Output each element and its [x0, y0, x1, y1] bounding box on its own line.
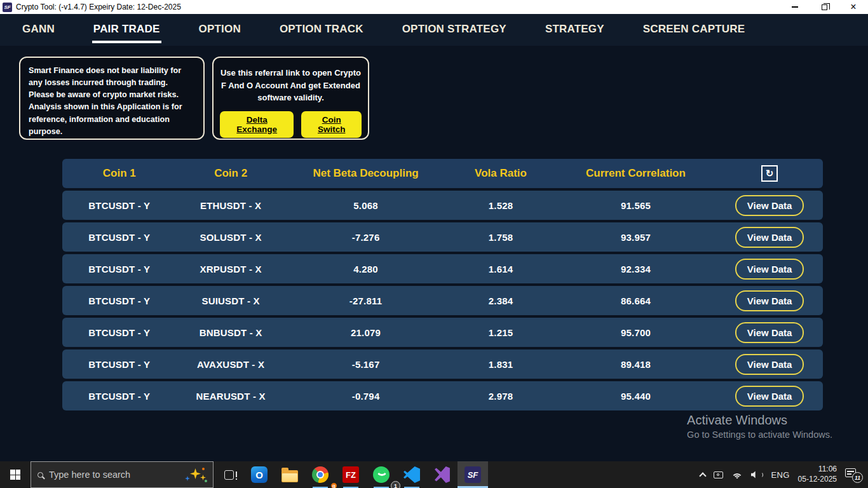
vola-ratio-cell: 2.384	[446, 295, 555, 306]
taskbar-file-explorer[interactable]	[275, 461, 305, 488]
view-data-button[interactable]: View Data	[735, 195, 804, 216]
view-data-button[interactable]: View Data	[735, 386, 804, 407]
restore-icon	[822, 4, 827, 10]
view-data-button[interactable]: View Data	[735, 290, 804, 311]
vola-ratio-cell: 2.978	[446, 391, 555, 402]
chrome-profile-badge: g	[330, 482, 338, 488]
system-tray: ENG 11:06 05-12-2025 11	[700, 461, 868, 488]
smart-finance-icon: SF	[465, 466, 481, 483]
language-indicator[interactable]: ENG	[771, 470, 790, 480]
table-row: BTCUSDT - Y SUIUSDT - X -27.811 2.384 86…	[62, 286, 823, 315]
search-input[interactable]	[49, 470, 179, 480]
taskbar: O g FZ 1 SF ENG 11:06 05-12-2025	[0, 461, 868, 488]
notification-center[interactable]: 11	[845, 468, 862, 481]
tab-option-strategy[interactable]: OPTION STRATEGY	[401, 17, 508, 46]
taskbar-vscode[interactable]	[397, 461, 427, 488]
referral-box: Use this referral link to open Crypto F …	[212, 57, 369, 140]
watermark-title: Activate Windows	[687, 413, 832, 428]
taskbar-chrome[interactable]: g	[305, 461, 336, 488]
coin2-cell: XRPUSDT - X	[177, 264, 285, 274]
view-data-button[interactable]: View Data	[735, 227, 804, 248]
net-beta-cell: -7.276	[285, 232, 447, 243]
coin1-cell: BTCUSDT - Y	[62, 327, 177, 338]
coin2-cell: SOLUSDT - X	[177, 232, 285, 243]
delta-exchange-button[interactable]: Delta Exchange	[220, 111, 294, 138]
referral-text: Use this referral link to open Crypto F …	[220, 67, 362, 104]
tab-strategy[interactable]: STRATEGY	[544, 17, 606, 46]
clock[interactable]: 11:06 05-12-2025	[798, 464, 837, 484]
wifi-icon[interactable]	[731, 470, 743, 479]
vola-ratio-cell: 1.528	[446, 200, 555, 211]
view-data-button[interactable]: View Data	[735, 259, 804, 280]
app-logo-icon: SF	[3, 3, 12, 12]
header-coin2: Coin 2	[177, 167, 285, 180]
table-row: BTCUSDT - Y XRPUSDT - X 4.280 1.614 92.3…	[62, 254, 823, 283]
activate-windows-watermark: Activate Windows Go to Settings to activ…	[687, 413, 832, 440]
table-row: BTCUSDT - Y BNBUSDT - X 21.079 1.215 95.…	[62, 318, 823, 347]
correlation-cell: 95.700	[555, 327, 717, 338]
tab-option[interactable]: OPTION	[198, 17, 242, 46]
whatsapp-badge: 1	[391, 481, 400, 488]
search-icon	[37, 472, 43, 478]
correlation-cell: 86.664	[555, 295, 717, 306]
disclaimer-box: Smart Finance does not bear liability fo…	[19, 57, 205, 140]
filezilla-icon: FZ	[342, 466, 359, 483]
outlook-icon: O	[251, 466, 268, 483]
referral-buttons: Delta Exchange Coin Switch	[220, 111, 362, 138]
start-button[interactable]	[0, 461, 31, 488]
refresh-button[interactable]: ↻	[761, 165, 778, 182]
taskbar-search[interactable]	[31, 461, 214, 488]
time: 11:06	[798, 464, 837, 475]
vola-ratio-cell: 1.614	[446, 264, 555, 274]
header-vola-ratio: Vola Ratio	[446, 167, 555, 180]
date: 05-12-2025	[798, 475, 837, 485]
minimize-button[interactable]	[780, 0, 810, 14]
vola-ratio-cell: 1.758	[446, 232, 555, 243]
correlation-cell: 89.418	[555, 359, 717, 370]
coin-switch-button[interactable]: Coin Switch	[301, 111, 362, 138]
task-view-button[interactable]	[214, 461, 244, 488]
vola-ratio-cell: 1.215	[446, 327, 555, 338]
tab-pair-trade[interactable]: PAIR TRADE	[92, 17, 161, 43]
view-data-button[interactable]: View Data	[735, 322, 804, 343]
tab-screen-capture[interactable]: SCREEN CAPTURE	[642, 17, 747, 46]
meet-now-icon[interactable]	[714, 471, 723, 478]
close-button[interactable]: ×	[839, 0, 868, 14]
coin1-cell: BTCUSDT - Y	[62, 232, 177, 243]
taskbar-filezilla[interactable]: FZ	[336, 461, 366, 488]
restore-button[interactable]	[810, 0, 839, 14]
disclaimer-text: Smart Finance does not bear liability fo…	[29, 65, 195, 138]
volume-icon[interactable]	[751, 471, 763, 478]
tray-expand-icon[interactable]	[699, 472, 706, 479]
windows-logo-icon	[10, 470, 20, 480]
view-data-button[interactable]: View Data	[735, 354, 804, 375]
vscode-icon	[403, 466, 420, 483]
coin1-cell: BTCUSDT - Y	[62, 200, 177, 211]
header-net-beta: Net Beta Decoupling	[285, 167, 447, 180]
tab-gann[interactable]: GANN	[21, 17, 56, 46]
notice-boxes: Smart Finance does not bear liability fo…	[19, 57, 868, 140]
tab-option-track[interactable]: OPTION TRACK	[278, 17, 365, 46]
taskbar-visual-studio[interactable]	[427, 461, 458, 488]
taskbar-outlook[interactable]: O	[244, 461, 275, 488]
main-nav: GANN PAIR TRADE OPTION OPTION TRACK OPTI…	[0, 14, 868, 46]
coin2-cell: BNBUSDT - X	[177, 327, 285, 338]
coin2-cell: ETHUSDT - X	[177, 200, 285, 211]
coin2-cell: NEARUSDT - X	[177, 391, 285, 402]
taskbar-whatsapp[interactable]: 1	[366, 461, 397, 488]
correlation-cell: 92.334	[555, 264, 717, 274]
watermark-subtitle: Go to Settings to activate Windows.	[687, 430, 832, 440]
search-highlights-icon[interactable]	[185, 467, 207, 482]
net-beta-cell: 5.068	[285, 200, 447, 211]
correlation-cell: 91.565	[555, 200, 717, 211]
net-beta-cell: -27.811	[285, 295, 447, 306]
coin1-cell: BTCUSDT - Y	[62, 264, 177, 274]
coin1-cell: BTCUSDT - Y	[62, 359, 177, 370]
taskbar-smart-finance[interactable]: SF	[458, 461, 488, 488]
correlation-cell: 95.440	[555, 391, 717, 402]
table-row: BTCUSDT - Y SOLUSDT - X -7.276 1.758 93.…	[62, 222, 823, 252]
net-beta-cell: 21.079	[285, 327, 447, 338]
visual-studio-icon	[434, 466, 451, 483]
coin1-cell: BTCUSDT - Y	[62, 295, 177, 306]
table-row: BTCUSDT - Y NEARUSDT - X -0.794 2.978 95…	[62, 381, 823, 410]
